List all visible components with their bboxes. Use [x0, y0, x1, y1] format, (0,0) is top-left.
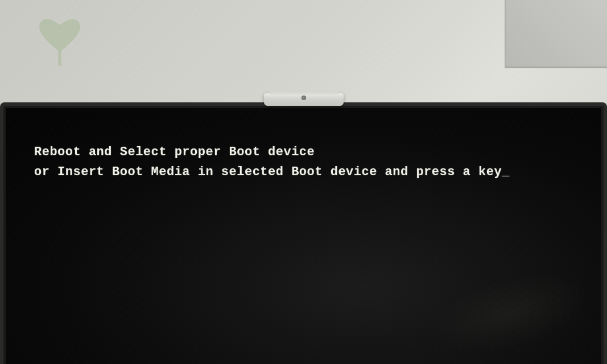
- cabinet-shelf: [505, 0, 607, 68]
- heart-decoration: [34, 11, 85, 68]
- bios-line-2: or Insert Boot Media in selected Boot de…: [34, 162, 510, 182]
- bios-error-message: Reboot and Select proper Boot device or …: [34, 142, 510, 182]
- screen-glare: [424, 259, 596, 364]
- monitor: Reboot and Select proper Boot device or …: [0, 102, 607, 364]
- monitor-screen: Reboot and Select proper Boot device or …: [6, 108, 601, 364]
- webcam: [264, 93, 344, 106]
- svg-rect-0: [58, 51, 61, 67]
- bios-line-1: Reboot and Select proper Boot device: [34, 142, 510, 162]
